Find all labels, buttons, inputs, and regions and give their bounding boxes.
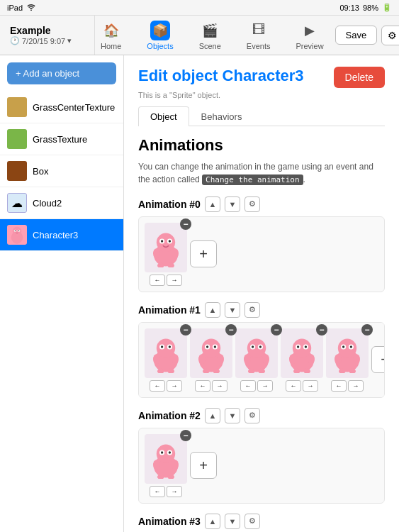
frame-image: −	[235, 328, 278, 378]
frame-remove-btn[interactable]: −	[316, 324, 327, 336]
nav-preview[interactable]: ▶ Preview	[290, 18, 329, 53]
frame-prev-btn[interactable]: ←	[195, 380, 210, 392]
app-date: 🕐 7/20/15 9:07 ▾	[10, 36, 87, 45]
svg-point-17	[157, 338, 175, 357]
nav-events[interactable]: 🎞 Events	[241, 18, 276, 53]
svg-point-61	[350, 345, 352, 348]
frame-remove-btn[interactable]: −	[180, 218, 191, 230]
svg-point-51	[305, 345, 307, 348]
events-icon: 🎞	[249, 21, 269, 40]
frame-remove-btn[interactable]: −	[180, 324, 191, 336]
object-name: Character3	[223, 67, 304, 84]
tabs: Object Behaviors	[138, 106, 385, 126]
frame-remove-btn[interactable]: −	[180, 430, 191, 441]
delete-button[interactable]: Delete	[334, 67, 385, 88]
svg-point-57	[338, 338, 356, 357]
svg-point-52	[289, 354, 296, 364]
frame-item: − ← →	[326, 328, 369, 392]
content-area: Edit object Character3 Delete This is a …	[124, 55, 399, 532]
frame-next-btn[interactable]: →	[348, 380, 364, 392]
anim-settings-btn-2[interactable]: ⚙	[245, 408, 260, 423]
frames-row-2: − ← → +	[138, 428, 385, 504]
frame-item: − ← →	[145, 434, 187, 497]
anim-down-btn-1[interactable]: ▼	[225, 302, 240, 318]
frame-item: − ← →	[281, 328, 323, 392]
add-frame-btn-0[interactable]: +	[190, 240, 217, 267]
svg-point-40	[252, 345, 254, 348]
svg-point-12	[153, 248, 160, 258]
frame-next-btn[interactable]: →	[167, 275, 182, 286]
sidebar-item-grasscenter[interactable]: GrassCenterTexture	[0, 92, 123, 123]
nav-home[interactable]: 🏠 Home	[95, 18, 127, 53]
anim-settings-btn-3[interactable]: ⚙	[245, 514, 260, 529]
clock-icon: 🕐	[10, 36, 20, 45]
sidebar-item-grass[interactable]: GrassTexture	[0, 123, 123, 155]
nav-scene[interactable]: 🎬 Scene	[193, 18, 227, 53]
time-display: 09:13	[339, 4, 359, 12]
frame-nav: ← →	[150, 380, 182, 392]
svg-point-60	[342, 345, 344, 348]
svg-point-7	[157, 233, 175, 251]
sidebar-item-box[interactable]: Box	[0, 155, 123, 187]
anim-description: You can change the animation in the game…	[138, 160, 385, 187]
device-label: iPad	[7, 4, 23, 12]
frame-next-btn[interactable]: →	[167, 380, 182, 392]
svg-point-71	[169, 451, 171, 453]
anim-down-btn-2[interactable]: ▼	[225, 408, 240, 423]
frame-item: −	[145, 223, 187, 286]
frame-prev-btn[interactable]: ←	[240, 380, 256, 392]
anim-settings-btn-1[interactable]: ⚙	[245, 302, 260, 318]
anim-up-btn-3[interactable]: ▲	[205, 514, 220, 529]
nav-icons: 🏠 Home 📦 Objects 🎬 Scene 🎞 Events ▶ Prev…	[95, 16, 330, 55]
svg-point-63	[353, 354, 360, 364]
settings-button[interactable]: ⚙	[381, 26, 399, 45]
frame-item: − ← →	[145, 328, 187, 392]
frame-remove-btn[interactable]: −	[271, 324, 282, 336]
sidebar-item-character3[interactable]: Character3	[0, 219, 123, 251]
frame-next-btn[interactable]: →	[303, 380, 318, 392]
frame-remove-btn[interactable]: −	[225, 324, 237, 336]
status-bar: iPad 09:13 98% 🔋	[0, 0, 399, 16]
frame-prev-btn[interactable]: ←	[331, 380, 347, 392]
anim-down-btn-3[interactable]: ▼	[225, 514, 240, 529]
frame-next-btn[interactable]: →	[212, 380, 227, 392]
frame-remove-btn[interactable]: −	[361, 324, 373, 336]
anim-up-btn-1[interactable]: ▲	[205, 302, 220, 318]
frame-next-btn[interactable]: →	[257, 380, 273, 392]
add-frame-btn-2[interactable]: +	[190, 452, 217, 479]
frame-nav: ← →	[240, 380, 273, 392]
frame-nav: ← →	[286, 380, 318, 392]
svg-point-31	[214, 345, 216, 348]
nav-preview-label: Preview	[296, 42, 323, 50]
add-frame-btn-1[interactable]: +	[371, 346, 385, 373]
frame-prev-btn[interactable]: ←	[150, 275, 165, 286]
save-button[interactable]: Save	[335, 26, 378, 45]
character3-thumb	[7, 225, 27, 245]
frames-row-0: −	[138, 216, 385, 292]
nav-objects[interactable]: 📦 Objects	[141, 18, 179, 53]
frame-prev-btn[interactable]: ←	[286, 380, 301, 392]
svg-point-13	[172, 248, 179, 258]
add-object-button[interactable]: + Add an object	[7, 62, 116, 84]
sidebar-item-cloud2[interactable]: ☁ Cloud2	[0, 187, 123, 219]
frame-item: − ← →	[190, 328, 232, 392]
frame-prev-btn[interactable]: ←	[150, 380, 165, 392]
anim-header-3: Animation #3 ▲ ▼ ⚙	[138, 514, 385, 529]
sidebar: + Add an object GrassCenterTexture Grass…	[0, 55, 124, 532]
app-title: Example	[10, 25, 87, 36]
objects-icon: 📦	[150, 21, 170, 40]
frame-prev-btn[interactable]: ←	[150, 486, 165, 497]
anim-up-btn-2[interactable]: ▲	[205, 408, 220, 423]
anim-up-btn-0[interactable]: ▲	[205, 196, 220, 212]
tab-object[interactable]: Object	[138, 106, 189, 126]
main-layout: + Add an object GrassCenterTexture Grass…	[0, 55, 399, 532]
dropdown-icon: ▾	[67, 36, 72, 45]
scene-icon: 🎬	[200, 21, 220, 40]
tab-behaviors[interactable]: Behaviors	[189, 106, 254, 126]
anim-settings-btn-0[interactable]: ⚙	[245, 196, 260, 212]
nav-home-label: Home	[101, 42, 121, 50]
anim-down-btn-0[interactable]: ▼	[225, 196, 240, 212]
svg-point-32	[198, 354, 206, 364]
frame-next-btn[interactable]: →	[167, 486, 182, 497]
edit-title: Edit object Character3	[138, 67, 304, 85]
